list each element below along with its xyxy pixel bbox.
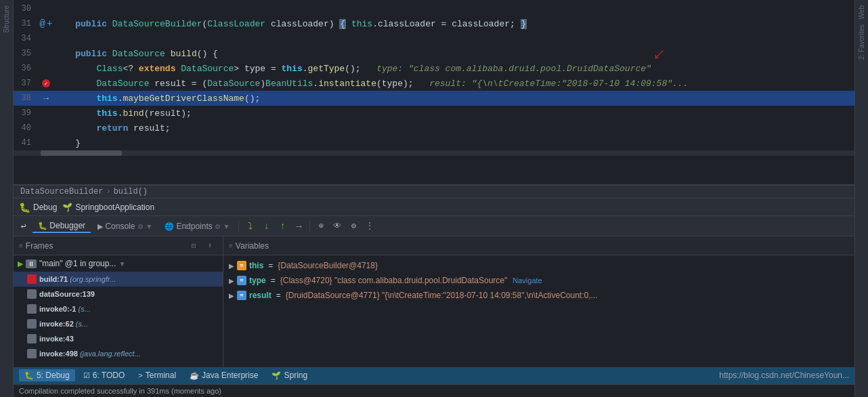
frame-text: invoke:62 (s... [39,320,88,328]
restart-btn[interactable]: ↩ [16,219,31,234]
code-line-41[interactable]: 41 } [14,135,854,150]
code-content: public DataSource build() { [54,49,849,59]
debugger-icon: 🐛 [38,222,47,230]
left-sidebar: Structure [0,0,14,397]
var-value: {DruidDataSource@4771} "{\n\tCreateTime:… [286,291,598,300]
status-tab-label: Spring [284,371,307,380]
tab-endpoints[interactable]: 🌐 Endpoints ⚙ ▼ [159,220,235,232]
horizontal-scrollbar[interactable] [14,150,854,156]
breadcrumb-part-1[interactable]: DataSourceBuilder [20,187,103,196]
code-content: this.maybeGetDriverClassName(); [54,93,849,104]
thread-dropdown[interactable]: ▼ [118,260,125,268]
code-line-35[interactable]: 35 public DataSource build() { [14,46,854,61]
debug-icon: 🐛 [19,202,30,213]
variables-title: ≡ Variables [229,241,269,251]
status-tab-spring[interactable]: 🌱 Spring [266,369,313,381]
endpoints-label: Endpoints [176,222,212,231]
status-url: https://blog.csdn.net/ChineseYoun... [719,371,849,380]
frame-item[interactable]: invoke:62 (s... [14,316,223,331]
frame-text: dataSource:139 [39,290,95,298]
step-out-btn[interactable]: ↑ [275,219,290,234]
separator-1 [238,220,239,232]
status-tab-debug[interactable]: 🐛 5: Debug [19,369,75,381]
expand-triangle[interactable]: ▶ [229,292,234,299]
status-tab-todo[interactable]: ☑ 6: TODO [78,369,131,381]
console-label: Console [105,222,135,231]
web-tab[interactable]: Web [856,3,867,22]
status-tab-label: Java Enterprise [202,371,258,380]
more-btn[interactable]: ⋮ [362,219,377,234]
frame-icon [27,304,37,314]
pause-bars: ⏸ [26,259,37,268]
run-to-cursor-btn[interactable]: → [291,219,306,234]
var-item-this[interactable]: ▶=this = {DataSourceBuilder@4718} [223,258,854,273]
frame-item[interactable]: invoke:43 [14,331,223,346]
code-content: } [54,138,849,148]
evaluate-btn[interactable]: ⊕ [313,219,328,234]
frame-icon [27,274,37,284]
step-into-btn[interactable]: ↓ [259,219,274,234]
debug-toolbar: ↩ 🐛 Debugger ▶ Console ⚙ ▼ 🌐 Endpoints ⚙… [14,216,854,236]
var-name: result [249,291,272,300]
code-content: DataSource result = (DataSource)BeanUtil… [54,79,849,89]
frame-item[interactable]: dataSource:139 [14,287,223,301]
structure-tab[interactable]: Structure [1,3,12,36]
spring-icon: 🌱 [272,371,281,380]
expand-triangle[interactable]: ▶ [229,262,234,270]
frames-label: Frames [26,241,53,251]
separator-2 [309,220,310,232]
settings-btn[interactable]: ⚙ [346,219,361,234]
code-line-31[interactable]: 31@+ public DataSourceBuilder(ClassLoade… [14,16,854,31]
plus-marker: + [47,18,52,29]
var-name: type [249,276,266,285]
java-icon: ☕ [190,371,199,380]
code-content: Class<? extends DataSource> type = this.… [54,64,849,74]
frame-item[interactable]: invoke:498 (java.lang.reflect... [14,346,223,361]
tab-debugger[interactable]: 🐛 Debugger [32,220,91,233]
code-line-38[interactable]: 38→ this.maybeGetDriverClassName(); [14,91,854,106]
code-line-30[interactable]: 30 [14,1,854,16]
debug-tab[interactable]: 🐛 Debug 🌱 SpringbootApplication [19,202,154,213]
code-line-34[interactable]: 34 [14,31,854,46]
code-content: this.bind(result); [54,108,849,119]
frame-item[interactable]: build:71 (org.springfr... [14,272,223,287]
status-tab-terminal[interactable]: > Terminal [133,369,181,381]
line-number: 40 [14,123,38,133]
var-item-type[interactable]: ▶=type = {Class@4720} "class com.alibaba… [223,273,854,288]
frame-icon [27,289,37,299]
expand-triangle[interactable]: ▶ [229,277,234,285]
status-bar: 🐛 5: Debug☑ 6: TODO> Terminal☕ Java Ente… [14,367,854,385]
at-marker: @ [40,18,45,29]
frame-text: invoke:498 (java.lang.reflect... [39,350,141,358]
breadcrumb-part-2[interactable]: build() [114,187,148,196]
line-gutter: → [38,93,54,104]
code-line-37[interactable]: 37 DataSource result = (DataSource)BeanU… [14,76,854,91]
variables-icon: ≡ [229,242,233,249]
frame-item[interactable]: invoke0:-1 (s... [14,301,223,316]
frame-text: invoke:43 [39,335,74,343]
step-over-btn[interactable]: ⤵ [242,219,257,234]
line-number: 37 [14,79,38,88]
status-tab-java[interactable]: ☕ Java Enterprise [184,369,263,381]
code-line-36[interactable]: 36 Class<? extends DataSource> type = th… [14,61,854,76]
var-icon: = [237,291,246,300]
line-number: 39 [14,108,38,118]
var-item-result[interactable]: ▶=result = {DruidDataSource@4771} "{\n\t… [223,288,854,303]
code-line-40[interactable]: 40 return result; [14,121,854,135]
code-line-39[interactable]: 39 this.bind(result); [14,106,854,121]
frames-title: ≡ Frames [19,241,53,251]
frames-filter-btn[interactable]: ⊟ [186,238,201,253]
var-equals: = [271,276,276,285]
watch-btn[interactable]: 👁 [330,219,345,234]
favorites-tab[interactable]: 2: Favorites [856,22,867,62]
thread-item[interactable]: ▶ ⏸ "main" @1 in group... ▼ [14,255,223,272]
tab-console[interactable]: ▶ Console ⚙ ▼ [92,220,158,232]
frames-panel-header: ≡ Frames ⊟ ⬆ [14,236,223,255]
var-navigate-link[interactable]: Navigate [513,276,542,285]
debug-main-area: ≡ Frames ⊟ ⬆ ▶ ⏸ [14,236,854,367]
frames-copy-btn[interactable]: ⬆ [202,238,217,253]
variables-label: Variables [236,241,269,251]
frame-icon [27,334,37,343]
code-content: public DataSourceBuilder(ClassLoader cla… [54,19,849,29]
step-into-icon: ↓ [263,221,269,232]
